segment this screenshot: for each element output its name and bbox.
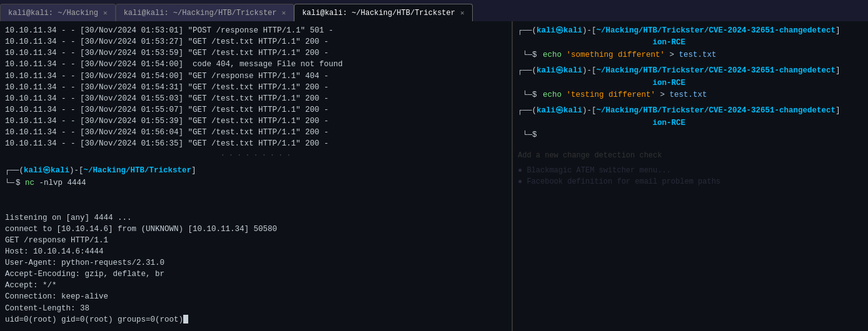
right-block-1: ┌──(kali㉿kali)-[~/Hacking/HTB/Trickster/… <box>518 25 863 61</box>
r3-corner: └─$ <box>523 129 542 141</box>
tab-2-close[interactable]: ✕ <box>282 9 286 17</box>
log-line: 10.10.11.34 - - [30/Nov/2024 01:56:35] "… <box>5 138 507 149</box>
nc-command: nc <box>25 177 34 189</box>
r2-path: ~/Hacking/HTB/Trickster/CVE-2024-32651-c… <box>597 65 836 89</box>
right-prompt-2: ┌──(kali㉿kali)-[~/Hacking/HTB/Trickster/… <box>518 65 863 89</box>
r1-echo-cmd: echo <box>543 49 567 61</box>
tab-1-label: kali@kali: ~/Hacking <box>8 9 98 17</box>
tab-1-close[interactable]: ✕ <box>103 9 108 17</box>
command-line: └─$ nc -nlvp 4444 <box>5 177 507 189</box>
output-line: Accept-Encoding: gzip, deflate, br <box>5 269 507 280</box>
right-prompt-3: ┌──(kali㉿kali)-[~/Hacking/HTB/Trickster/… <box>518 105 863 129</box>
output-line: Host: 10.10.14.6:4444 <box>5 246 507 257</box>
tab-2-label: kali@kali: ~/Hacking/HTB/Trickster <box>124 9 277 17</box>
right-cmd-1: └─$ echo 'something different' > test.tx… <box>518 49 863 61</box>
terminal-container: 10.10.11.34 - - [30/Nov/2024 01:53:01] "… <box>0 21 868 331</box>
log-line: 10.10.11.34 - - [30/Nov/2024 01:55:07] "… <box>5 104 507 116</box>
log-line: 10.10.11.34 - - [30/Nov/2024 01:55:39] "… <box>5 116 507 127</box>
tab-2[interactable]: kali@kali: ~/Hacking/HTB/Trickster ✕ <box>116 4 294 21</box>
output-line: User-Agent: python-requests/2.31.0 <box>5 257 507 269</box>
cursor <box>183 315 188 324</box>
r2-redirect: > <box>655 89 670 101</box>
right-block-2: ┌──(kali㉿kali)-[~/Hacking/HTB/Trickster/… <box>518 65 863 101</box>
nc-args: -nlvp 4444 <box>34 177 86 189</box>
dollar-sign: $ <box>16 177 25 189</box>
right-cmd-2: └─$ echo 'testing different' > test.txt <box>518 89 863 101</box>
output-line: Accept: */* <box>5 280 507 291</box>
log-line: 10.10.11.34 - - [30/Nov/2024 01:54:00] "… <box>5 71 507 82</box>
r3-open: ┌──( <box>518 105 537 117</box>
blurred-line-1: ● Blackmagic ATEM switcher menu... <box>518 165 863 176</box>
output-line: connect to [10.10.14.6] from (UNKNOWN) [… <box>5 224 507 235</box>
output-line: uid=0(root) gid=0(root) groups=0(root) <box>5 314 507 325</box>
tab-3-close[interactable]: ✕ <box>460 9 465 17</box>
r1-redirect: > <box>665 49 679 61</box>
right-pane: ┌──(kali㉿kali)-[~/Hacking/HTB/Trickster/… <box>513 21 868 331</box>
r2-filename: test.txt <box>670 89 707 101</box>
tab-3[interactable]: kali@kali: ~/Hacking/HTB/Trickster ✕ <box>294 4 472 21</box>
r2-user-host: kali㉿kali <box>537 65 582 77</box>
r2-corner: └─$ <box>523 89 542 101</box>
log-line: 10.10.11.34 - - [30/Nov/2024 01:56:04] "… <box>5 127 507 138</box>
log-line: 10.10.11.34 - - [30/Nov/2024 01:53:27] "… <box>5 36 507 47</box>
r1-open: ┌──( <box>518 25 537 37</box>
r1-echo-string: 'something different' <box>567 49 665 61</box>
prompt-section: ┌──(kali㉿kali)-[~/Hacking/HTB/Trickster]… <box>5 164 507 189</box>
log-area: 10.10.11.34 - - [30/Nov/2024 01:53:01] "… <box>5 25 507 162</box>
output-line: GET /response HTTP/1.1 <box>5 235 507 246</box>
tab-1[interactable]: kali@kali: ~/Hacking ✕ <box>0 4 116 21</box>
r2-mid: )-[ <box>582 65 597 77</box>
log-line: 10.10.11.34 - - [30/Nov/2024 01:54:00] c… <box>5 59 507 70</box>
r2-close: ] <box>835 65 840 77</box>
blurred-line-2: ● Facebook definition for email problem … <box>518 176 863 187</box>
output-line: listening on [any] 4444 ... <box>5 212 507 224</box>
left-path: ~/Hacking/HTB/Trickster <box>84 164 192 177</box>
r3-path: ~/Hacking/HTB/Trickster/CVE-2024-32651-c… <box>597 105 836 129</box>
corner-pipe: └─ <box>5 177 14 189</box>
log-line: 10.10.11.34 - - [30/Nov/2024 01:53:59] "… <box>5 47 507 59</box>
prompt-open-bracket: ┌──( <box>5 164 24 177</box>
blurred-block: ● Blackmagic ATEM switcher menu... ● Fac… <box>518 165 863 187</box>
r1-corner: └─$ <box>523 49 542 61</box>
ghost-text: Add a new change detection check <box>518 151 863 160</box>
right-prompt-1: ┌──(kali㉿kali)-[~/Hacking/HTB/Trickster/… <box>518 25 863 49</box>
r1-user-host: kali㉿kali <box>537 25 582 37</box>
divider: · · · · · · · · · <box>5 149 507 162</box>
r2-echo-cmd: echo <box>543 89 567 101</box>
log-line: 10.10.11.34 - - [30/Nov/2024 01:54:31] "… <box>5 82 507 93</box>
r1-mid: )-[ <box>582 25 597 37</box>
tab-bar: kali@kali: ~/Hacking ✕ kali@kali: ~/Hack… <box>0 0 868 21</box>
right-block-3: ┌──(kali㉿kali)-[~/Hacking/HTB/Trickster/… <box>518 105 863 141</box>
left-pane: 10.10.11.34 - - [30/Nov/2024 01:53:01] "… <box>0 21 513 331</box>
output-line: Content-Length: 38 <box>5 303 507 314</box>
output-line: Connection: keep-alive <box>5 291 507 302</box>
tab-3-label: kali@kali: ~/Hacking/HTB/Trickster <box>302 9 455 17</box>
shell-output: listening on [any] 4444 ...connect to [1… <box>5 189 507 325</box>
r3-user-host: kali㉿kali <box>537 105 582 117</box>
prompt-close-bracket: )-[ <box>69 164 84 177</box>
log-line: 10.10.11.34 - - [30/Nov/2024 01:55:03] "… <box>5 93 507 104</box>
prompt-line: ┌──(kali㉿kali)-[~/Hacking/HTB/Trickster] <box>5 164 507 177</box>
right-cmd-3: └─$ <box>518 129 863 141</box>
r3-mid: )-[ <box>582 105 597 117</box>
log-line: 10.10.11.34 - - [30/Nov/2024 01:53:01] "… <box>5 25 507 36</box>
r1-close: ] <box>835 25 840 37</box>
r1-filename: test.txt <box>679 49 717 61</box>
r3-close: ] <box>835 105 840 117</box>
prompt-bracket-end: ] <box>191 164 196 177</box>
left-user-host: kali㉿kali <box>24 164 69 177</box>
r1-path: ~/Hacking/HTB/Trickster/CVE-2024-32651-c… <box>597 25 836 49</box>
r2-echo-string: 'testing different' <box>567 89 656 101</box>
r2-open: ┌──( <box>518 65 537 77</box>
